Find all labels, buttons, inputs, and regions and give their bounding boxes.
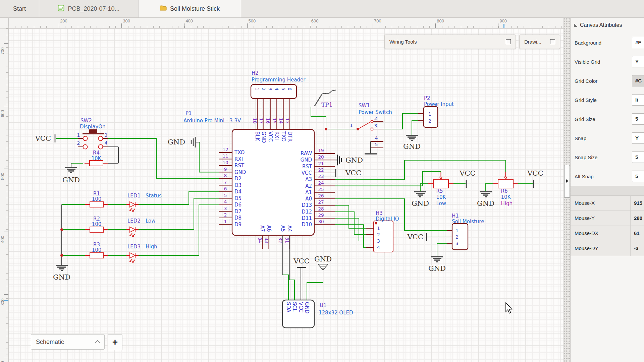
mouse-row: Mouse-DY-3 [571,241,644,256]
attribute-label: Grid Size [575,116,595,122]
ruler-label: 200 [60,18,67,23]
panel-splitter[interactable] [564,17,570,362]
mouse-row-label: Mouse-Y [575,211,595,226]
mouse-row-label: Mouse-DY [575,241,598,256]
section-canvas-attributes[interactable]: Canvas Attributes [571,17,644,33]
toolbar-expand-icon[interactable] [506,39,511,44]
panel-separator [571,186,644,196]
ruler-label: 800 [437,18,444,23]
ruler-label: 500 [0,170,7,183]
drawing-tools-title: Drawi... [524,39,541,45]
pcb-document-icon [58,5,64,13]
sheet-tab-label: Schematic [36,339,64,346]
wiring-tools-toolbar[interactable]: Wiring Tools [384,35,516,49]
attribute-row: Background#F [571,33,644,52]
attribute-input-grid-color[interactable]: #C [632,75,644,86]
attribute-label: Snap [575,135,586,141]
attribute-row: Grid Color#C [571,71,644,90]
cursor-x-marker [503,24,504,28]
attribute-input-snap[interactable]: Y [632,132,644,144]
attribute-rows: Background#FVisible GridYGrid Color#CGri… [571,33,644,186]
plus-icon: + [112,337,118,348]
ruler-tick [4,232,8,232]
attribute-label: Background [575,40,601,45]
tab-soil-moisture-stick[interactable]: Soil Moisture Stick [139,0,241,17]
mouse-row-value: 915 [630,196,644,210]
ruler-tick [498,23,498,28]
tab-soil-moisture-label: Soil Moisture Stick [170,5,220,12]
ruler-tick [184,23,184,28]
ruler-tick [435,23,436,28]
mouse-row-label: Mouse-DX [575,226,598,241]
ruler-tick [4,169,8,169]
mouse-row-label: Mouse-X [575,196,595,210]
mouse-row-value: 61 [630,226,644,241]
ruler-vertical: 700600500400300200 [0,28,9,362]
tab-pcb-label: PCB_2020-07-10... [68,5,119,12]
toolbar-expand-icon[interactable] [550,39,555,44]
drawing-tools-toolbar[interactable]: Drawi... [519,35,560,49]
attribute-label: Snap Size [575,154,597,160]
properties-panel: Selected Objects Canvas Attributes Backg… [570,0,644,362]
ruler-tick [373,23,373,28]
attribute-input-grid-style[interactable]: li [632,94,644,106]
attribute-input-alt-snap[interactable]: 5 [632,171,644,182]
attribute-row: Grid Styleli [571,90,644,109]
attribute-row: Snap Size5 [571,147,644,167]
ruler-label: 300 [123,18,130,23]
ruler-label: 700 [374,18,381,23]
ruler-label: 400 [185,18,193,23]
attribute-row: SnapY [571,128,644,147]
ruler-label: 900 [499,18,507,23]
attribute-input-background[interactable]: #F [632,37,644,48]
ruler-tick [121,23,122,28]
sheet-tab-schematic[interactable]: Schematic [31,334,105,350]
attribute-input-grid-size[interactable]: 5 [632,113,644,125]
mouse-row-value: -3 [630,241,644,256]
ruler-tick [4,294,8,295]
ruler-tick [4,43,8,44]
ruler-tick [310,23,310,28]
chevron-up-icon[interactable] [95,340,101,346]
add-sheet-button[interactable]: + [108,334,122,350]
ruler-tick [247,23,248,28]
mouse-row: Mouse-Y280 [571,211,644,226]
attribute-row: Alt Snap5 [571,167,644,186]
attribute-label: Grid Color [575,78,597,83]
wiring-tools-title: Wiring Tools [389,39,417,45]
ruler-label: 300 [0,295,7,309]
mouse-row: Mouse-DX61 [571,226,644,241]
attribute-row: Grid Size5 [571,109,644,128]
schematic-editor-canvas[interactable] [9,28,564,362]
tab-pcb-document[interactable]: PCB_2020-07-10... [39,0,139,17]
ruler-label: 200 [0,358,7,362]
tab-start-label: Start [13,5,26,12]
mouse-row: Mouse-X915 [571,196,644,211]
ruler-corner [0,17,9,28]
mouse-coordinate-rows: Mouse-X915Mouse-Y280Mouse-DX61Mouse-DY-3 [571,196,644,256]
ruler-tick [4,106,8,106]
ruler-tick [59,23,59,28]
collapse-triangle-icon [574,23,577,27]
attribute-row: Visible GridY [571,52,644,71]
document-tab-bar: Start PCB_2020-07-10... Soil Moisture St… [0,0,644,18]
tab-start[interactable]: Start [0,0,39,17]
attribute-input-snap-size[interactable]: 5 [632,152,644,163]
ruler-label: 500 [249,18,256,23]
attribute-label: Alt Snap [575,173,594,179]
folder-icon [160,5,167,13]
ruler-label: 400 [0,233,7,246]
attribute-label: Grid Style [575,97,597,103]
panel-collapse-handle[interactable] [564,165,570,198]
section-label: Canvas Attributes [580,22,622,28]
ruler-tick [4,357,8,357]
ruler-horizontal: 200300400500600700800900 [9,17,564,28]
attribute-input-visible-grid[interactable]: Y [632,56,644,67]
ruler-label: 600 [311,18,319,23]
ruler-label: 600 [0,107,7,120]
ruler-label: 700 [0,44,7,58]
attribute-label: Visible Grid [575,59,600,64]
mouse-row-value: 280 [630,211,644,226]
